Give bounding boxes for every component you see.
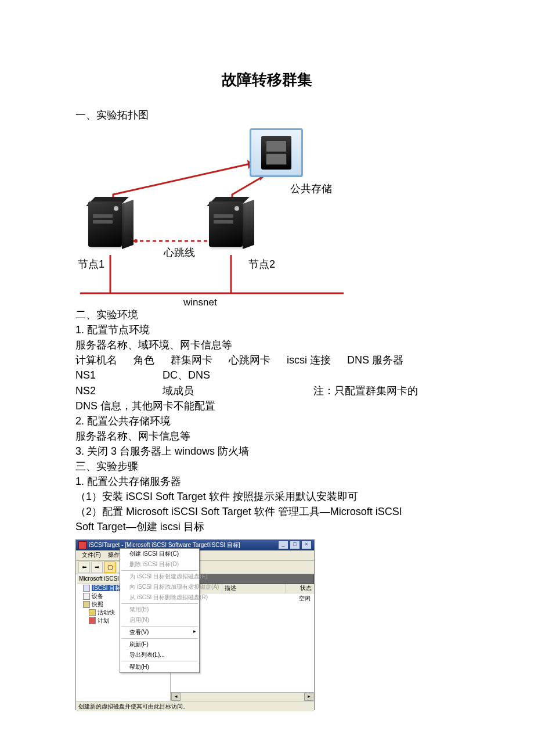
col-computer-name: 计算机名	[75, 352, 117, 368]
heartbeat-label: 心跳线	[164, 246, 195, 260]
horizontal-scrollbar[interactable]: ◂ ▸	[171, 692, 314, 701]
ctx-delete-target: 删除 iSCSI 目标(D)	[120, 559, 199, 570]
s2-item2: 2. 配置公共存储环境	[75, 413, 459, 429]
mmc-window: iSCSITarget - [Microsoft iSCSI Software …	[75, 539, 315, 710]
col-heartbeat-nic: 心跳网卡	[229, 352, 270, 368]
ns2-note-cont: DNS 信息，其他网卡不能配置	[75, 398, 459, 413]
doc-title: 故障转移群集	[75, 70, 459, 90]
node-table-header: 计算机名 角色 群集网卡 心跳网卡 iscsi 连接 DNS 服务器	[75, 352, 459, 368]
ctx-remove-vd: 从 iSCSI 目标删除虚拟磁盘(R)	[120, 592, 199, 603]
section3-heading: 三、实验步骤	[75, 459, 459, 474]
minimize-button[interactable]: _	[278, 541, 288, 549]
col-desc[interactable]: 描述	[222, 584, 286, 593]
node-row-ns2: NS2 域成员 注：只配置群集网卡的	[75, 383, 459, 398]
ctx-view[interactable]: 查看(V)	[120, 627, 199, 638]
storage-device-icon	[250, 128, 303, 177]
section1-heading: 一、实验拓扑图	[75, 107, 459, 123]
node1-server-icon	[88, 201, 134, 255]
col-role: 角色	[134, 352, 154, 368]
ns2-role: 域成员	[163, 383, 313, 398]
tree-item-snapshots-label: 快照	[92, 601, 103, 607]
mmc-statusbar: 创建新的虚拟磁盘并使其可由此目标访问。	[76, 701, 314, 711]
ctx-enable: 启用(N)	[120, 615, 199, 625]
ctx-add-vd: 向 iSCSI 目标添加现有虚拟磁盘(A)	[120, 582, 199, 592]
tree-item-active-label: 活动快	[98, 609, 115, 615]
storage-label: 公共存储	[290, 182, 332, 196]
ctx-export[interactable]: 导出列表(L)...	[120, 650, 199, 660]
s3-item1a: （1）安装 iSCSI Soft Target 软件 按照提示采用默认安装即可	[75, 489, 459, 504]
s3-item1b-cont: Soft Target—创建 iscsi 目标	[75, 519, 459, 534]
toolbar-forward-icon[interactable]: ➡	[91, 561, 103, 573]
col-cluster-nic: 群集网卡	[171, 352, 212, 368]
topology-diagram: 公共存储 节点1 节点2 心跳线 winsnet	[75, 125, 348, 305]
s3-item1b: （2）配置 Microsoft iSCSI Soft Target 软件 管理工…	[75, 504, 459, 519]
ctx-disable: 禁用(B)	[120, 604, 199, 615]
svg-point-3	[134, 239, 138, 243]
tree-item-plan-label: 计划	[98, 617, 109, 624]
s2-item1: 1. 配置节点环境	[75, 322, 459, 337]
s2-item1-desc: 服务器名称、域环境、网卡信息等	[75, 337, 459, 352]
s2-item3: 3. 关闭 3 台服务器上 windows 防火墙	[75, 444, 459, 459]
node-row-ns1: NS1 DC、DNS	[75, 368, 459, 383]
node2-label: 节点2	[248, 257, 275, 271]
col-status[interactable]: 状态	[286, 584, 314, 593]
col-dns: DNS 服务器	[347, 352, 403, 368]
toolbar-back-icon[interactable]: ⬅	[78, 561, 90, 573]
node2-server-icon	[209, 201, 254, 255]
context-menu: 创建 iSCSI 目标(C) 删除 iSCSI 目标(D) 为 iSCSI 目标…	[120, 548, 200, 673]
network-label: winsnet	[183, 297, 217, 308]
ns2-note: 注：只配置群集网卡的	[313, 383, 418, 398]
ctx-create-target[interactable]: 创建 iSCSI 目标(C)	[120, 549, 199, 559]
ns2-name: NS2	[75, 383, 163, 398]
close-button[interactable]: ×	[301, 541, 312, 549]
tree-item-targets-label: iSCSI 目标	[92, 585, 122, 591]
ns1-role: DC、DNS	[163, 368, 210, 383]
menu-file[interactable]: 文件(F)	[78, 551, 104, 559]
maximize-button[interactable]: □	[290, 541, 300, 549]
ctx-refresh[interactable]: 刷新(F)	[120, 639, 199, 650]
s2-item2-desc: 服务器名称、网卡信息等	[75, 429, 459, 444]
col-iscsi: iscsi 连接	[287, 352, 331, 368]
s3-item1: 1. 配置公共存储服务器	[75, 474, 459, 489]
scroll-right-icon[interactable]: ▸	[304, 693, 313, 701]
ctx-help[interactable]: 帮助(H)	[120, 662, 199, 672]
ns1-name: NS1	[75, 368, 128, 383]
section2-heading: 二、实验环境	[75, 307, 459, 322]
list-status-value: 空闲	[299, 595, 311, 603]
ctx-create-vd: 为 iSCSI 目标创建虚拟磁盘(E)	[120, 571, 199, 582]
scroll-left-icon[interactable]: ◂	[171, 693, 181, 701]
node1-label: 节点1	[78, 257, 104, 271]
app-icon	[78, 541, 86, 549]
toolbar-folder-icon[interactable]: ▢	[104, 561, 116, 573]
tree-item-devices-label: 设备	[92, 593, 103, 599]
